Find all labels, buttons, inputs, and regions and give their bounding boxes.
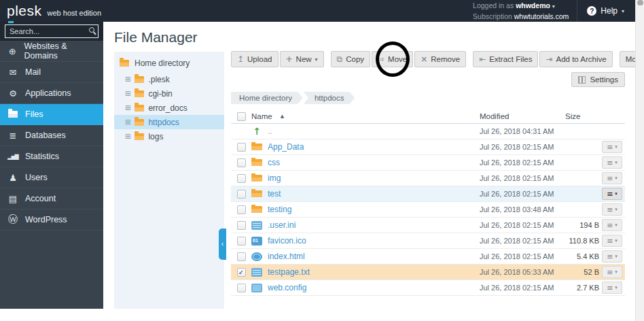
row-menu-button[interactable] [602, 203, 622, 216]
row-checkbox[interactable] [237, 143, 246, 152]
help-button[interactable]: ? Help ▾ [577, 0, 635, 22]
settings-row: Settings [231, 72, 625, 88]
move-button[interactable]: Move [372, 51, 413, 67]
breadcrumb-home-directory[interactable]: Home directory [231, 92, 303, 104]
tree-item-error-docs[interactable]: error_docs [114, 101, 224, 115]
extract-files-button[interactable]: Extract Files [473, 51, 538, 67]
file-name-link[interactable]: .user.ini [268, 220, 296, 230]
chevron-down-icon [615, 144, 618, 150]
expand-icon[interactable] [125, 133, 130, 140]
add-to-archive-button[interactable]: Add to Archive [539, 51, 612, 67]
tree-root-home-directory[interactable]: Home directory [114, 52, 224, 72]
file-name-link[interactable]: img [268, 173, 281, 183]
row-menu-button[interactable] [602, 266, 622, 278]
name-column-header[interactable]: Name [251, 112, 480, 120]
row-menu-button[interactable] [602, 250, 622, 263]
tree-item-cgi-bin[interactable]: cgi-bin [114, 86, 224, 101]
chevron-down-icon [615, 222, 618, 228]
sidebar-item-statistics[interactable]: Statistics [0, 146, 103, 167]
row-menu-button[interactable] [602, 141, 622, 153]
row-menu-button[interactable] [602, 282, 622, 294]
row-menu-button[interactable] [602, 172, 622, 184]
username-menu[interactable]: whwdemo [516, 1, 550, 10]
sidebar-item-account[interactable]: Account [0, 188, 103, 209]
row-checkbox[interactable] [237, 174, 246, 183]
row-menu-button[interactable] [602, 188, 622, 200]
search-input[interactable] [5, 24, 99, 38]
row-checkbox[interactable] [237, 252, 246, 261]
row-menu-button[interactable] [602, 156, 622, 169]
file-name-link[interactable]: testing [268, 205, 291, 214]
sidebar-item-applications[interactable]: Applications [0, 83, 103, 104]
sidebar-item-users[interactable]: Users [0, 167, 103, 188]
upload-button[interactable]: Upload [231, 51, 279, 67]
file-name-link[interactable]: .. [268, 126, 272, 136]
row-checkbox[interactable] [237, 205, 246, 214]
select-all-checkbox[interactable] [237, 112, 246, 121]
tree-item-plesk[interactable]: .plesk [114, 72, 224, 86]
table-row-test[interactable]: test Jul 26, 2018 02:15 AM [231, 186, 625, 202]
row-checkbox[interactable] [237, 237, 246, 246]
sidebar-item-websites-domains[interactable]: Websites & Domains [0, 41, 103, 62]
table-row-index-html[interactable]: index.html Jul 26, 2018 02:15 AM 5.4 KB [231, 249, 625, 265]
expand-icon[interactable] [125, 90, 130, 97]
sidebar-item-files[interactable]: Files [0, 104, 103, 125]
tree-item-logs[interactable]: logs [114, 129, 224, 143]
table-row-favicon-ico[interactable]: favicon.ico Jul 26, 2018 02:15 AM 110.8 … [231, 233, 625, 249]
table-row-img[interactable]: img Jul 26, 2018 02:15 AM [231, 171, 625, 186]
size-column-header[interactable]: Size [561, 112, 601, 120]
chevron-down-icon: ▾ [552, 3, 555, 10]
sidebar-item-mail[interactable]: Mail [0, 62, 103, 83]
row-checkbox[interactable] [237, 190, 246, 199]
tree-item-httpdocs[interactable]: httpdocs [114, 115, 224, 129]
row-menu-button[interactable] [602, 219, 622, 231]
expand-icon[interactable] [125, 105, 130, 112]
file-name-link[interactable]: css [268, 158, 280, 167]
file-name-link[interactable]: favicon.ico [268, 236, 306, 246]
toolbar-button-label: Add to Archive [556, 55, 607, 63]
row-menu-button[interactable] [602, 235, 622, 247]
new-button[interactable]: New [280, 51, 324, 67]
table-row-testing[interactable]: testing Jul 26, 2018 03:48 AM [231, 202, 625, 218]
chevron-down-icon [615, 207, 618, 212]
row-checkbox[interactable] [237, 268, 246, 277]
edition-label: web host edition [48, 9, 102, 17]
scrollbar-thumb[interactable] [637, 0, 643, 5]
search-icon[interactable] [89, 27, 94, 33]
row-checkbox[interactable] [237, 221, 246, 230]
remove-button[interactable]: Remove [414, 51, 466, 67]
file-name-link[interactable]: testpage.txt [268, 267, 310, 277]
modified-value: Jul 26, 2018 03:48 AM [480, 205, 561, 214]
table-row-app-data[interactable]: App_Data Jul 26, 2018 02:15 AM [231, 139, 625, 155]
sidebar-item-wordpress[interactable]: WordPress [0, 209, 103, 231]
table-row-[interactable]: .. Jul 26, 2018 04:31 AM [231, 124, 625, 139]
toolbar-button-label: Remove [431, 55, 460, 63]
sidebar-item-databases[interactable]: Databases [0, 125, 103, 146]
sidebar-item-label: Mail [25, 67, 41, 77]
table-row-web-config[interactable]: web.config Jul 26, 2018 02:15 AM 2.7 KB [231, 280, 625, 296]
row-checkbox[interactable] [237, 284, 246, 292]
file-name-link[interactable]: index.html [268, 252, 305, 261]
settings-label: Settings [590, 75, 618, 84]
table-row-css[interactable]: css Jul 26, 2018 02:15 AM [231, 155, 625, 171]
copy-button[interactable]: Copy [331, 51, 370, 67]
file-name-link[interactable]: test [268, 189, 281, 199]
scrollbar[interactable] [635, 0, 644, 321]
modified-column-header[interactable]: Modified [480, 112, 561, 120]
table-row-testpage-txt[interactable]: testpage.txt Jul 26, 2018 05:33 AM 52 B [231, 265, 625, 280]
expand-icon[interactable] [125, 76, 130, 83]
breadcrumb: Home directoryhttpdocs [231, 91, 625, 104]
folder-icon [135, 90, 144, 97]
plesk-logo[interactable]: plesk web host edition [0, 3, 101, 19]
tree-panel-collapse-handle[interactable] [219, 229, 226, 260]
table-row-user-ini[interactable]: .user.ini Jul 26, 2018 02:15 AM 194 B [231, 218, 625, 233]
expand-icon[interactable] [125, 119, 130, 126]
file-name-link[interactable]: App_Data [268, 142, 304, 152]
sidebar-item-label: Websites & Domains [24, 41, 96, 61]
settings-button[interactable]: Settings [571, 72, 625, 87]
breadcrumb-httpdocs[interactable]: httpdocs [304, 92, 355, 104]
file-name-link[interactable]: web.config [268, 283, 306, 292]
row-checkbox[interactable] [237, 158, 246, 167]
upload-icon [237, 55, 244, 63]
file-icon [251, 237, 262, 246]
